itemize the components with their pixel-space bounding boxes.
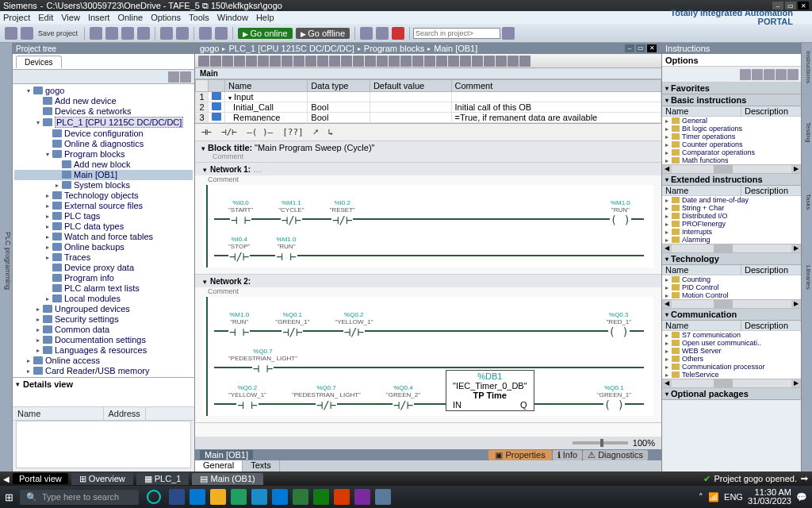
editor-tb-icon-7[interactable] — [282, 56, 293, 67]
cut-icon[interactable] — [90, 27, 102, 40]
taskbar-app[interactable] — [231, 489, 247, 505]
taskbar-app[interactable] — [375, 489, 391, 505]
tree-node[interactable]: ▸External source files — [14, 201, 193, 211]
tree-node[interactable]: ▸Traces — [14, 252, 193, 263]
search-input[interactable] — [413, 28, 500, 39]
taskbar-app[interactable] — [313, 489, 329, 505]
right-side-tabs[interactable]: InstructionsTestingTasksLibraries — [801, 43, 812, 471]
footer-tab-main[interactable]: ▤ Main (OB1) — [192, 473, 262, 485]
sidetab-instructions[interactable]: Instructions — [802, 51, 812, 83]
taskbar-app[interactable] — [169, 489, 185, 505]
editor-tb-icon-22[interactable] — [460, 56, 471, 67]
menu-window[interactable]: Window — [217, 13, 248, 22]
start-cpu-icon[interactable] — [360, 27, 373, 40]
tab-texts[interactable]: Texts — [243, 460, 280, 471]
tree-node[interactable]: Device configuration — [14, 129, 193, 139]
instr-item[interactable]: ▸String + Char — [662, 204, 801, 212]
devices-tab[interactable]: Devices — [16, 56, 62, 68]
editor-tb-icon-15[interactable] — [377, 56, 388, 67]
go-online-button[interactable]: ▶ Go online — [238, 28, 293, 39]
opt-icon-3[interactable] — [764, 69, 775, 80]
taskbar-app[interactable] — [334, 489, 350, 505]
tab-general[interactable]: General — [195, 460, 243, 471]
tree-node[interactable]: ▸System blocks — [14, 180, 193, 190]
menu-options[interactable]: Options — [151, 13, 181, 22]
taskbar-app[interactable] — [272, 489, 288, 505]
instr-item[interactable]: ▸PROFIenergy — [662, 220, 801, 228]
opt-icon-4[interactable] — [776, 69, 787, 80]
tree-node[interactable]: Device proxy data — [14, 263, 193, 273]
section-header[interactable]: ▾Basic instructions — [662, 94, 801, 106]
instr-item[interactable]: ▸General — [662, 117, 801, 125]
menu-project[interactable]: Project — [3, 13, 30, 22]
footer-tab-overview[interactable]: ⊞ Overview — [71, 473, 133, 485]
section-header[interactable]: ▾Optional packages — [662, 388, 801, 400]
instr-item[interactable]: ▸Timer operations — [662, 133, 801, 140]
editor-min-icon[interactable]: – — [625, 44, 634, 52]
instr-item[interactable]: ▸Bit logic operations — [662, 125, 801, 133]
instr-item[interactable]: ▸Others — [662, 355, 801, 363]
menu-online[interactable]: Online — [117, 13, 143, 22]
undo-icon[interactable] — [160, 27, 173, 40]
instr-item[interactable]: ▸Math functions — [662, 156, 801, 164]
editor-tb-icon-25[interactable] — [496, 56, 507, 67]
instr-item[interactable]: ▸Open user communicati.. — [662, 339, 801, 347]
editor-tb-icon-12[interactable] — [341, 56, 352, 67]
editor-tb-icon-1[interactable] — [210, 56, 221, 67]
instr-item[interactable]: ▸Motion Control — [662, 291, 801, 299]
editor-tb-icon-14[interactable] — [365, 56, 376, 67]
tree-node[interactable]: Add new block — [14, 160, 193, 170]
editor-tb-icon-26[interactable] — [508, 56, 519, 67]
ladder-contact[interactable]: %I0.0"START"⊣ ⊢ — [228, 199, 253, 226]
ladder-contact[interactable]: %M1.1"CYCLE"⊣/⊢ — [278, 199, 304, 226]
ladder-contact[interactable]: %M1.0"RUN"⊣ ⊢ — [228, 311, 250, 338]
start-button[interactable]: ⊞ — [5, 491, 13, 503]
ladder-contact[interactable]: %Q0.1"GREEN_1"( ) — [597, 384, 631, 411]
sidetab-testing[interactable]: Testing — [802, 122, 812, 142]
ladder-contact[interactable]: %Q0.2"YELLOW_1"⊣/⊢ — [335, 311, 373, 338]
instr-item[interactable]: ▸PID Control — [662, 283, 801, 291]
editor-tb-icon-10[interactable] — [317, 56, 328, 67]
tree-node[interactable]: ▸Documentation settings — [14, 335, 193, 345]
cortana-icon[interactable] — [147, 490, 161, 504]
menu-help[interactable]: Help — [256, 13, 274, 22]
section-header[interactable]: ▾Favorites — [662, 83, 801, 94]
tree-node[interactable]: ▸Technology objects — [14, 190, 193, 201]
network-area[interactable]: ▾Network 1: … Comment %I0.0"START"⊣ ⊢%M1… — [195, 163, 661, 437]
tree-node[interactable]: ▸Watch and force tables — [14, 232, 193, 242]
editor-tb-icon-9[interactable] — [305, 56, 316, 67]
tree-node[interactable]: ▸Ungrouped devices — [14, 304, 193, 314]
network-header[interactable]: ▾Network 2: — [195, 275, 661, 287]
ladder-contact[interactable]: %I0.2"RESET"⊣/⊢ — [330, 199, 355, 226]
zoom-slider[interactable] — [573, 441, 628, 444]
taskbar-app[interactable] — [293, 489, 308, 505]
delete-icon[interactable] — [137, 27, 150, 40]
sidetab-libraries[interactable]: Libraries — [802, 265, 812, 290]
opt-icon-5[interactable] — [787, 69, 799, 80]
section-header[interactable]: ▾Communication — [662, 309, 801, 321]
properties-button[interactable]: ▣ Properties — [488, 450, 551, 460]
menu-edit[interactable]: Edit — [38, 13, 53, 22]
instr-item[interactable]: ▸Interrupts — [662, 228, 801, 236]
taskbar-app[interactable] — [251, 489, 267, 505]
ladder-sym[interactable]: –( )– — [245, 127, 274, 137]
tray-net-icon[interactable]: 📶 — [708, 492, 719, 502]
editor-tb-icon-23[interactable] — [472, 56, 483, 67]
paste-icon[interactable] — [121, 27, 134, 40]
ladder-sym[interactable]: ⊣/⊢ — [220, 127, 239, 137]
tree-node[interactable]: ▸Online backups — [14, 242, 193, 252]
save-project-button[interactable]: Save project — [38, 29, 78, 37]
sidetab-tasks[interactable]: Tasks — [802, 194, 812, 210]
plc-programming-sidetab[interactable]: PLC programming — [0, 43, 13, 471]
editor-tb-icon-2[interactable] — [222, 56, 233, 67]
details-view-header[interactable]: ▾Details view — [13, 377, 194, 391]
editor-tb-icon-5[interactable] — [258, 56, 269, 67]
instr-item[interactable]: ▸TeleService — [662, 371, 801, 379]
ladder-sym[interactable]: ⊣⊢ — [200, 127, 213, 137]
tree-node[interactable]: ▸Local modules — [14, 294, 193, 304]
ladder-sym[interactable]: ➚ — [312, 127, 320, 137]
tree-node[interactable]: ▸PLC tags — [14, 211, 193, 221]
network-header[interactable]: ▾Network 1: … — [195, 163, 661, 175]
download-icon[interactable] — [215, 27, 228, 40]
ladder-contact[interactable]: %Q0.7"PEDESTRIAN_ LIGHT"⊣/⊢ — [292, 384, 361, 411]
